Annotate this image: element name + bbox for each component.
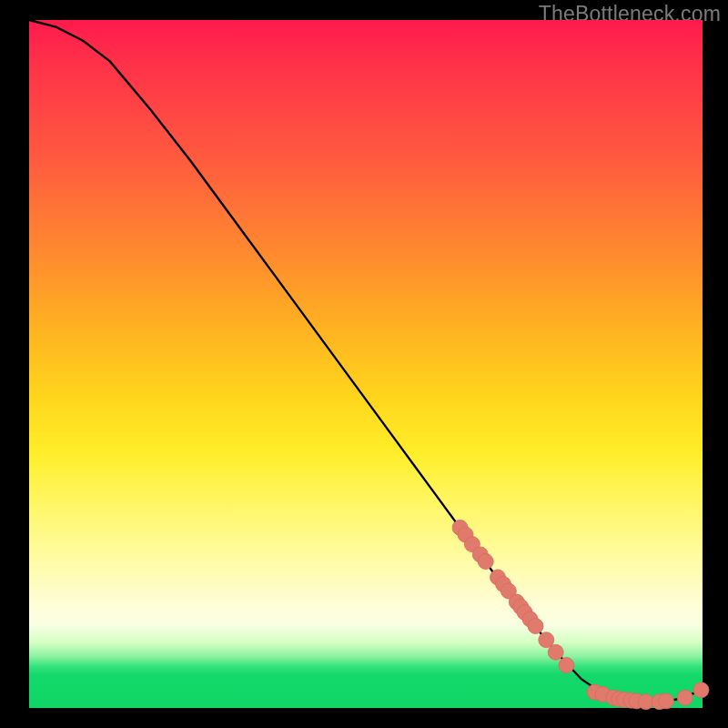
chart-markers [452, 520, 709, 709]
chart-marker [677, 690, 693, 705]
plot-area [29, 20, 703, 708]
chart-marker [693, 682, 709, 698]
chart-curve [29, 20, 703, 703]
chart-marker [478, 554, 493, 570]
chart-overlay [29, 20, 703, 708]
chart-marker [659, 693, 674, 709]
figure-root: TheBottleneck.com [0, 0, 728, 728]
chart-marker [559, 658, 574, 673]
chart-marker [528, 619, 543, 634]
chart-marker [548, 644, 563, 660]
